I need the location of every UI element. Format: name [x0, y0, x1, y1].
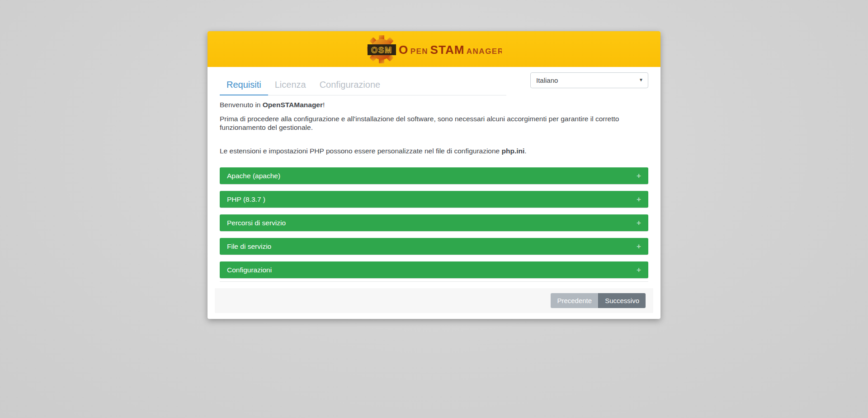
plus-icon[interactable]: +: [637, 242, 641, 251]
intro-text: Prima di procedere alla configurazione e…: [220, 114, 648, 132]
accordion-label: File di servizio: [227, 242, 271, 251]
welcome-suffix: !: [323, 101, 325, 109]
brand-header: OSM O PEN STAM ANAGER ®: [208, 31, 660, 67]
plus-icon[interactable]: +: [637, 195, 641, 204]
osm-badge: OSM: [368, 44, 396, 55]
accordion-label: Configurazioni: [227, 266, 272, 274]
php-note-suffix: .: [524, 147, 526, 155]
welcome-brand-bold: OpenSTAManager: [263, 101, 323, 109]
accordion-configurazioni[interactable]: Configurazioni +: [220, 261, 648, 278]
brand-text: O PEN STAM ANAGER ®: [399, 43, 502, 57]
accordion-file-servizio[interactable]: File di servizio +: [220, 238, 648, 255]
language-column: Italiano ▼: [506, 72, 648, 88]
setup-wizard-card: OSM O PEN STAM ANAGER ® Requisiti Licenz…: [208, 31, 660, 319]
plus-icon[interactable]: +: [637, 171, 641, 180]
wizard-footer: Precedente Successivo: [215, 288, 653, 313]
plus-icon[interactable]: +: [637, 266, 641, 275]
next-button[interactable]: Successivo: [598, 293, 646, 308]
wizard-tabs: Requisiti Licenza Configurazione: [220, 76, 506, 95]
accordion-php[interactable]: PHP (8.3.7 ) +: [220, 191, 648, 208]
language-select-wrapper: Italiano ▼: [530, 72, 648, 88]
language-select[interactable]: Italiano: [530, 72, 648, 88]
php-note-prefix: Le estensioni e impostazioni PHP possono…: [220, 147, 502, 155]
previous-button[interactable]: Precedente: [551, 293, 598, 308]
accordion-percorsi-servizio[interactable]: Percorsi di servizio +: [220, 214, 648, 231]
content-divider: [220, 281, 648, 282]
top-row: Requisiti Licenza Configurazione Italian…: [220, 72, 648, 95]
welcome-text: Benvenuto in OpenSTAManager!: [220, 100, 648, 109]
accordion-label: Percorsi di servizio: [227, 219, 286, 227]
welcome-prefix: Benvenuto in: [220, 101, 263, 109]
wizard-nav-buttons: Precedente Successivo: [551, 293, 646, 308]
requirements-accordion: Apache (apache) + PHP (8.3.7 ) + Percors…: [220, 167, 648, 278]
accordion-apache[interactable]: Apache (apache) +: [220, 167, 648, 184]
tab-requisiti[interactable]: Requisiti: [220, 76, 268, 95]
accordion-label: Apache (apache): [227, 172, 280, 180]
php-ini-bold: php.ini: [502, 147, 525, 155]
svg-text:OSM: OSM: [371, 45, 392, 54]
card-body: Requisiti Licenza Configurazione Italian…: [208, 67, 660, 319]
accordion-label: PHP (8.3.7 ): [227, 195, 265, 204]
tab-configurazione[interactable]: Configurazione: [313, 76, 387, 95]
tab-licenza[interactable]: Licenza: [268, 76, 313, 95]
openstamanager-logo-icon: OSM O PEN STAM ANAGER ®: [366, 35, 502, 63]
plus-icon[interactable]: +: [637, 218, 641, 228]
php-note-text: Le estensioni e impostazioni PHP possono…: [220, 147, 648, 155]
